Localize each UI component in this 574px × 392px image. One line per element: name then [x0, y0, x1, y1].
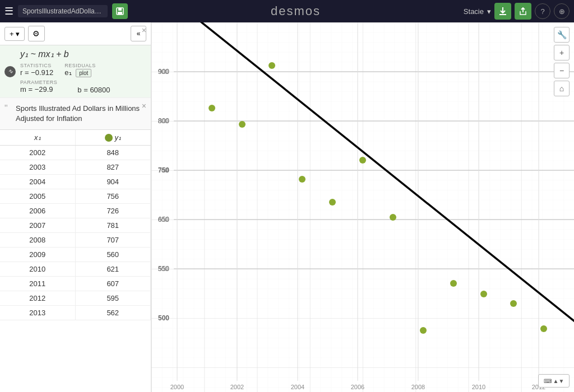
quote-icon: " — [4, 104, 8, 114]
table-row[interactable]: 2011 607 — [0, 277, 151, 291]
table-row[interactable]: 2005 756 — [0, 189, 151, 204]
wrench-icon: 🔧 — [557, 30, 567, 39]
user-dropdown-icon[interactable]: ▾ — [487, 7, 491, 16]
expression-formula: y₁ ~ mx₁ + b — [20, 49, 146, 59]
save-button[interactable] — [112, 3, 128, 19]
plot-residuals-button[interactable]: plot — [76, 69, 91, 77]
save-graph-button[interactable] — [494, 3, 511, 20]
table-row[interactable]: 2010 621 — [0, 262, 151, 277]
table-row[interactable]: 2008 707 — [0, 233, 151, 248]
svg-text:2006: 2006 — [351, 384, 364, 390]
table-cell-x: 2010 — [0, 262, 76, 276]
share-button[interactable] — [515, 3, 531, 20]
zoom-out-button[interactable]: − — [554, 63, 570, 78]
wrench-button[interactable]: 🔧 — [554, 27, 570, 43]
user-area: Stacie ▾ ? ⊕ — [464, 3, 570, 20]
table-cell-x: 2007 — [0, 218, 76, 232]
plus-icon: + — [10, 30, 14, 38]
user-name[interactable]: Stacie — [464, 7, 484, 16]
data-point-2009 — [420, 327, 427, 334]
data-point-2003 — [239, 121, 246, 128]
data-point-2008 — [390, 214, 396, 221]
table-cell-x: 2003 — [0, 160, 76, 174]
settings-button[interactable]: ⚙ — [28, 26, 45, 41]
table-row[interactable]: 2012 595 — [0, 291, 151, 306]
table-row[interactable]: 2002 848 — [0, 146, 151, 160]
waveform-icon: ∿ — [4, 66, 16, 77]
table-row[interactable]: 2003 827 — [0, 160, 151, 175]
help-icon: ? — [540, 7, 544, 16]
svg-text:900: 900 — [158, 68, 168, 75]
svg-text:500: 500 — [158, 314, 169, 322]
close-expression-button[interactable]: × — [142, 26, 146, 35]
table-cell-x: 2002 — [0, 146, 76, 160]
data-point-2013 — [540, 325, 547, 332]
app-title: desmos — [132, 4, 459, 18]
data-table[interactable]: x₁ y₁ 2002 848 2003 827 2004 904 2005 75… — [0, 130, 151, 392]
col-dot-icon — [105, 134, 113, 142]
globe-icon: ⊕ — [559, 7, 565, 16]
table-cell-y: 904 — [76, 175, 151, 189]
close-label-button[interactable]: × — [142, 101, 146, 110]
table-cell-y: 781 — [76, 218, 151, 232]
sidebar-toolbar: + ▾ ⚙ « — [0, 22, 151, 45]
svg-text:700: 700 — [158, 167, 168, 174]
table-cell-y: 562 — [76, 306, 151, 320]
svg-rect-3 — [499, 14, 506, 15]
table-cell-y: 560 — [76, 248, 151, 262]
graph-controls: 🔧 + − ⌂ — [554, 27, 570, 96]
table-cell-x: 2009 — [0, 248, 76, 262]
data-point-2010 — [450, 280, 457, 287]
data-point-2011 — [480, 291, 487, 297]
zoom-in-button[interactable]: + — [554, 45, 570, 60]
file-title: SportsIllustratedAdDollarsI... — [18, 5, 108, 17]
table-row[interactable]: 2004 904 — [0, 175, 151, 189]
table-row[interactable]: 2006 726 — [0, 204, 151, 218]
r-value: r = −0.912 — [20, 68, 53, 77]
table-cell-x: 2005 — [0, 189, 76, 203]
help-button[interactable]: ? — [535, 3, 550, 19]
table-cell-x: 2012 — [0, 291, 76, 305]
graph-area[interactable]: 🔧 + − ⌂ ⌨ ▲▼ — [151, 22, 574, 392]
keyboard-button[interactable]: ⌨ ▲▼ — [538, 374, 570, 388]
svg-text:2004: 2004 — [291, 384, 304, 390]
table-cell-y: 595 — [76, 291, 151, 305]
table-row[interactable]: 2007 781 — [0, 218, 151, 233]
label-panel: " × Sports Illustrated Ad Dollars in Mil… — [0, 98, 151, 130]
data-point-2002 — [209, 105, 215, 111]
b-value: b = 60800 — [77, 86, 110, 94]
home-icon: ⌂ — [559, 84, 564, 93]
table-cell-y: 621 — [76, 262, 151, 276]
table-cell-x: 2004 — [0, 175, 76, 189]
expression-row-1: ∿ × y₁ ~ mx₁ + b STATISTICS r = −0.912 R… — [0, 45, 151, 98]
svg-text:2002: 2002 — [230, 384, 244, 390]
table-row[interactable]: 2013 562 — [0, 306, 151, 320]
hamburger-icon[interactable]: ☰ — [4, 5, 13, 17]
minus-zoom-icon: − — [559, 66, 564, 75]
svg-text:500: 500 — [158, 265, 168, 272]
svg-rect-6 — [151, 22, 574, 392]
data-point-2007 — [359, 157, 366, 164]
home-button[interactable]: ⌂ — [554, 81, 570, 96]
table-cell-y: 726 — [76, 204, 151, 218]
svg-text:2000: 2000 — [170, 384, 184, 390]
graph-svg: 900 800 750 650 550 500 900 800 700 600 … — [151, 22, 574, 392]
stats-label: STATISTICS — [20, 63, 53, 68]
globe-button[interactable]: ⊕ — [554, 3, 570, 19]
svg-text:2010: 2010 — [472, 384, 485, 390]
table-cell-x: 2006 — [0, 204, 76, 218]
add-dropdown-icon: ▾ — [16, 30, 20, 38]
table-cell-y: 607 — [76, 277, 151, 291]
svg-rect-2 — [118, 12, 122, 15]
add-expression-button[interactable]: + ▾ — [4, 27, 25, 41]
sidebar: + ▾ ⚙ « ∿ × y₁ ~ mx₁ + b STATISTICS — [0, 22, 151, 392]
table-cell-y: 756 — [76, 189, 151, 203]
table-row[interactable]: 2009 560 — [0, 248, 151, 262]
data-point-2006 — [329, 199, 336, 206]
params-label: PARAMETERS — [20, 80, 57, 85]
m-value: m = −29.9 — [20, 85, 57, 94]
gear-icon: ⚙ — [33, 29, 40, 38]
table-body: 2002 848 2003 827 2004 904 2005 756 2006… — [0, 146, 151, 320]
keyboard-arrows: ▲▼ — [553, 378, 564, 384]
table-header: x₁ y₁ — [0, 130, 151, 146]
